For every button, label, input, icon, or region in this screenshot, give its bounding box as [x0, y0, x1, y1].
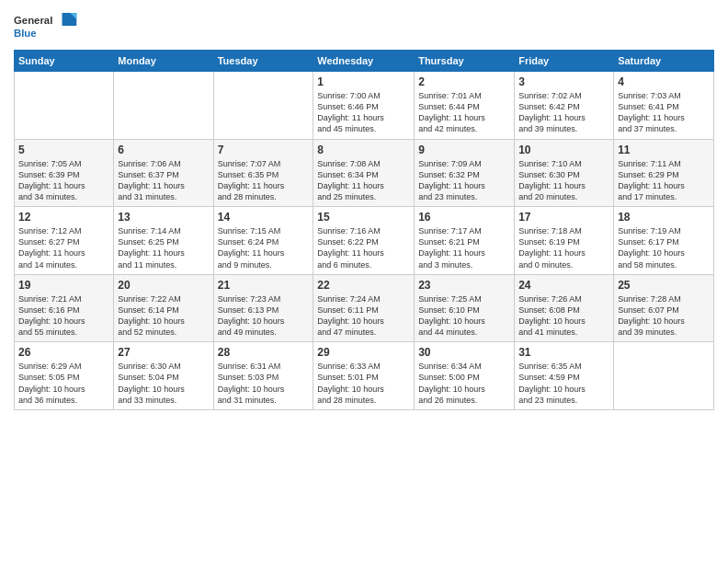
calendar-week-row: 5Sunrise: 7:05 AMSunset: 6:39 PMDaylight… [15, 139, 714, 207]
calendar-cell: 25Sunrise: 7:28 AMSunset: 6:07 PMDayligh… [614, 274, 714, 342]
calendar-cell [114, 72, 213, 140]
calendar-cell: 5Sunrise: 7:05 AMSunset: 6:39 PMDaylight… [15, 139, 114, 207]
day-number: 3 [518, 75, 609, 88]
day-number: 26 [18, 346, 109, 359]
day-info: Sunrise: 6:33 AMSunset: 5:01 PMDaylight:… [317, 361, 410, 406]
calendar-cell: 8Sunrise: 7:08 AMSunset: 6:34 PMDaylight… [313, 139, 415, 207]
calendar-cell: 31Sunrise: 6:35 AMSunset: 4:59 PMDayligh… [515, 342, 614, 410]
calendar-cell [213, 72, 313, 140]
day-info: Sunrise: 7:10 AMSunset: 6:30 PMDaylight:… [518, 158, 609, 203]
day-number: 5 [18, 144, 109, 156]
calendar-cell: 28Sunrise: 6:31 AMSunset: 5:03 PMDayligh… [213, 342, 313, 410]
day-info: Sunrise: 7:22 AMSunset: 6:14 PMDaylight:… [118, 293, 209, 339]
page: GeneralBlue SundayMondayTuesdayWednesday… [0, 0, 728, 563]
day-number: 1 [317, 75, 410, 88]
calendar-cell: 23Sunrise: 7:25 AMSunset: 6:10 PMDayligh… [415, 274, 515, 342]
day-number: 19 [18, 279, 109, 292]
day-info: Sunrise: 7:16 AMSunset: 6:22 PMDaylight:… [317, 225, 410, 270]
day-info: Sunrise: 7:00 AMSunset: 6:46 PMDaylight:… [317, 90, 410, 135]
logo: GeneralBlue [14, 9, 78, 42]
calendar-cell: 7Sunrise: 7:07 AMSunset: 6:35 PMDaylight… [213, 139, 313, 207]
calendar-cell: 12Sunrise: 7:12 AMSunset: 6:27 PMDayligh… [15, 207, 114, 275]
day-info: Sunrise: 7:02 AMSunset: 6:42 PMDaylight:… [518, 90, 609, 135]
calendar-cell: 1Sunrise: 7:00 AMSunset: 6:46 PMDaylight… [313, 72, 415, 140]
col-header-monday: Monday [114, 51, 213, 72]
day-info: Sunrise: 7:05 AMSunset: 6:39 PMDaylight:… [18, 158, 109, 203]
day-info: Sunrise: 6:34 AMSunset: 5:00 PMDaylight:… [418, 361, 510, 406]
day-number: 29 [317, 346, 410, 359]
col-header-tuesday: Tuesday [213, 51, 313, 72]
calendar-cell: 6Sunrise: 7:06 AMSunset: 6:37 PMDaylight… [114, 139, 213, 207]
day-info: Sunrise: 7:15 AMSunset: 6:24 PMDaylight:… [218, 225, 310, 270]
day-number: 27 [118, 346, 209, 359]
calendar-week-row: 1Sunrise: 7:00 AMSunset: 6:46 PMDaylight… [15, 72, 714, 140]
calendar-cell: 14Sunrise: 7:15 AMSunset: 6:24 PMDayligh… [213, 207, 313, 275]
calendar-cell: 11Sunrise: 7:11 AMSunset: 6:29 PMDayligh… [614, 139, 714, 207]
header: GeneralBlue [14, 9, 714, 42]
day-number: 13 [118, 211, 209, 224]
day-number: 4 [618, 75, 710, 88]
day-number: 15 [317, 211, 410, 224]
col-header-wednesday: Wednesday [313, 51, 415, 72]
calendar-week-row: 19Sunrise: 7:21 AMSunset: 6:16 PMDayligh… [15, 274, 714, 342]
calendar-cell: 24Sunrise: 7:26 AMSunset: 6:08 PMDayligh… [515, 274, 614, 342]
calendar-cell [15, 72, 114, 140]
day-number: 7 [218, 144, 310, 156]
day-info: Sunrise: 7:08 AMSunset: 6:34 PMDaylight:… [317, 158, 410, 203]
day-number: 12 [18, 211, 109, 224]
day-number: 17 [518, 211, 609, 224]
calendar-cell: 13Sunrise: 7:14 AMSunset: 6:25 PMDayligh… [114, 207, 213, 275]
calendar-cell: 4Sunrise: 7:03 AMSunset: 6:41 PMDaylight… [614, 72, 714, 140]
day-number: 28 [218, 346, 310, 359]
day-info: Sunrise: 7:25 AMSunset: 6:10 PMDaylight:… [418, 293, 510, 339]
day-number: 20 [118, 279, 209, 292]
day-number: 30 [418, 346, 510, 359]
day-number: 10 [518, 144, 609, 156]
day-info: Sunrise: 7:18 AMSunset: 6:19 PMDaylight:… [518, 225, 609, 270]
day-info: Sunrise: 6:30 AMSunset: 5:04 PMDaylight:… [118, 361, 209, 406]
calendar-cell: 20Sunrise: 7:22 AMSunset: 6:14 PMDayligh… [114, 274, 213, 342]
day-info: Sunrise: 7:07 AMSunset: 6:35 PMDaylight:… [218, 158, 310, 203]
calendar-cell: 18Sunrise: 7:19 AMSunset: 6:17 PMDayligh… [614, 207, 714, 275]
calendar-cell: 21Sunrise: 7:23 AMSunset: 6:13 PMDayligh… [213, 274, 313, 342]
calendar-header-row: SundayMondayTuesdayWednesdayThursdayFrid… [15, 51, 714, 72]
day-info: Sunrise: 7:06 AMSunset: 6:37 PMDaylight:… [118, 158, 209, 203]
day-info: Sunrise: 6:31 AMSunset: 5:03 PMDaylight:… [218, 361, 310, 406]
calendar-cell: 16Sunrise: 7:17 AMSunset: 6:21 PMDayligh… [415, 207, 515, 275]
calendar-week-row: 26Sunrise: 6:29 AMSunset: 5:05 PMDayligh… [15, 342, 714, 410]
day-number: 2 [418, 75, 510, 88]
col-header-thursday: Thursday [415, 51, 515, 72]
calendar-cell: 17Sunrise: 7:18 AMSunset: 6:19 PMDayligh… [515, 207, 614, 275]
day-number: 16 [418, 211, 510, 224]
day-number: 6 [118, 144, 209, 156]
day-info: Sunrise: 7:01 AMSunset: 6:44 PMDaylight:… [418, 90, 510, 135]
calendar-table: SundayMondayTuesdayWednesdayThursdayFrid… [14, 50, 714, 410]
calendar-cell: 27Sunrise: 6:30 AMSunset: 5:04 PMDayligh… [114, 342, 213, 410]
calendar-cell: 30Sunrise: 6:34 AMSunset: 5:00 PMDayligh… [415, 342, 515, 410]
day-info: Sunrise: 7:11 AMSunset: 6:29 PMDaylight:… [618, 158, 710, 203]
day-info: Sunrise: 7:21 AMSunset: 6:16 PMDaylight:… [18, 293, 109, 339]
calendar-cell: 15Sunrise: 7:16 AMSunset: 6:22 PMDayligh… [313, 207, 415, 275]
day-info: Sunrise: 7:23 AMSunset: 6:13 PMDaylight:… [218, 293, 310, 339]
calendar-cell: 26Sunrise: 6:29 AMSunset: 5:05 PMDayligh… [15, 342, 114, 410]
day-info: Sunrise: 7:14 AMSunset: 6:25 PMDaylight:… [118, 225, 209, 270]
day-info: Sunrise: 6:35 AMSunset: 4:59 PMDaylight:… [518, 361, 609, 406]
day-info: Sunrise: 7:24 AMSunset: 6:11 PMDaylight:… [317, 293, 410, 339]
day-number: 24 [518, 279, 609, 292]
calendar-cell: 2Sunrise: 7:01 AMSunset: 6:44 PMDaylight… [415, 72, 515, 140]
day-info: Sunrise: 7:12 AMSunset: 6:27 PMDaylight:… [18, 225, 109, 270]
svg-text:Blue: Blue [14, 28, 37, 39]
day-info: Sunrise: 7:19 AMSunset: 6:17 PMDaylight:… [618, 225, 710, 270]
calendar-cell: 22Sunrise: 7:24 AMSunset: 6:11 PMDayligh… [313, 274, 415, 342]
day-number: 11 [618, 144, 710, 156]
day-number: 25 [618, 279, 710, 292]
day-info: Sunrise: 7:03 AMSunset: 6:41 PMDaylight:… [618, 90, 710, 135]
day-number: 9 [418, 144, 510, 156]
day-number: 8 [317, 144, 410, 156]
day-number: 31 [518, 346, 609, 359]
calendar-cell: 29Sunrise: 6:33 AMSunset: 5:01 PMDayligh… [313, 342, 415, 410]
svg-text:General: General [14, 15, 52, 26]
calendar-cell: 3Sunrise: 7:02 AMSunset: 6:42 PMDaylight… [515, 72, 614, 140]
day-number: 22 [317, 279, 410, 292]
day-number: 23 [418, 279, 510, 292]
